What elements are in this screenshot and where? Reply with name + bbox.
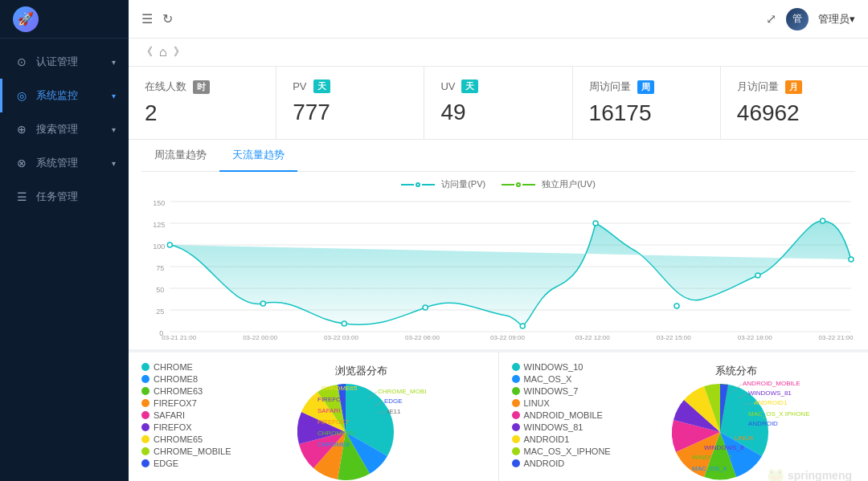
system-pie-area: 系统分布	[617, 362, 855, 481]
svg-text:FIREFOX7: FIREFOX7	[317, 418, 350, 426]
sidebar-item-auth[interactable]: ⊙ 认证管理 ▾	[0, 45, 129, 79]
home-icon[interactable]: ⌂	[159, 45, 167, 59]
svg-text:03-21 21:00: 03-21 21:00	[162, 334, 197, 340]
sidebar-item-system[interactable]: ⊗ 系统管理 ▾	[0, 146, 129, 180]
legend-win7: WINDOWS_7	[512, 386, 611, 396]
legend-color-safari	[141, 411, 149, 419]
chevron-icon-system: ▾	[112, 159, 116, 168]
svg-text:WINDOWS_8: WINDOWS_8	[704, 444, 744, 451]
legend-win81: WINDOWS_81	[512, 422, 611, 432]
stat-monthly: 月访问量 月 46962	[721, 67, 868, 139]
stat-label-monthly: 月访问量	[737, 79, 779, 94]
sidebar-item-monitor[interactable]: ◎ 系统监控 ▾	[0, 79, 129, 112]
svg-text:150: 150	[153, 199, 165, 207]
stat-label-weekly: 周访问量	[589, 79, 631, 94]
svg-text:03-22 03:00: 03-22 03:00	[324, 334, 359, 340]
svg-text:100: 100	[153, 243, 165, 251]
legend-safari: SAFARI	[141, 410, 231, 420]
legend-color-chrome	[141, 363, 149, 371]
svg-point-17	[423, 305, 428, 310]
legend-color-firefox	[141, 423, 149, 431]
tab-daily[interactable]: 天流量趋势	[219, 140, 297, 172]
system-pie-title: 系统分布	[715, 364, 757, 378]
logo-icon: 🚀	[13, 6, 39, 32]
tasks-icon: ☰	[15, 190, 28, 203]
legend-firefox7: FIREFOX7	[141, 398, 231, 408]
stat-pv: PV 天 777	[276, 67, 424, 139]
svg-point-15	[260, 301, 265, 306]
stat-label-pv: PV	[293, 80, 306, 92]
refresh-icon[interactable]: ↻	[162, 11, 173, 26]
sidebar-item-tasks[interactable]: ☰ 任务管理	[0, 180, 129, 214]
legend-color-win7	[512, 387, 520, 395]
svg-text:CHROME63: CHROME63	[317, 430, 354, 437]
legend-android: ANDROID	[512, 459, 611, 468]
chart-section: 周流量趋势 天流量趋势 访问量(PV)	[129, 140, 868, 349]
stat-value-monthly: 46962	[737, 100, 852, 126]
legend-color-linux	[512, 399, 520, 407]
legend-uv-label: 独立用户(UV)	[542, 178, 596, 190]
stat-online: 在线人数 时 2	[129, 67, 276, 139]
system-legend: WINDOWS_10 MAC_OS_X WINDOWS_7 LINUX	[512, 362, 611, 481]
svg-text:75: 75	[156, 264, 164, 272]
expand-right-icon[interactable]: 》	[174, 45, 185, 59]
legend-macosx-iphone: MAC_OS_X_IPHONE	[512, 446, 611, 456]
legend-pv: 访问量(PV)	[401, 178, 485, 190]
legend-color-chrome63	[141, 387, 149, 395]
svg-point-18	[520, 324, 525, 328]
svg-text:SAFARI: SAFARI	[317, 407, 340, 414]
system-panel: WINDOWS_10 MAC_OS_X WINDOWS_7 LINUX	[499, 353, 869, 481]
tab-weekly[interactable]: 周流量趋势	[141, 140, 219, 172]
sidebar-label-system: 系统管理	[36, 156, 78, 170]
stat-badge-monthly: 月	[785, 80, 802, 94]
svg-text:03-22 18:00: 03-22 18:00	[738, 334, 773, 340]
collapse-icon[interactable]: 《	[141, 45, 153, 59]
legend-color-firefox7	[141, 399, 149, 407]
legend-firefox: FIREFOX	[141, 422, 231, 432]
legend-android1: ANDROID1	[512, 434, 611, 444]
svg-text:CHROME_MOBILE: CHROME_MOBILE	[378, 388, 426, 395]
chevron-icon: ▾	[112, 58, 116, 67]
search-icon: ⊕	[15, 123, 28, 136]
legend-color-chrome8	[141, 375, 149, 383]
stats-row: 在线人数 时 2 PV 天 777 UV 天 49	[129, 67, 868, 140]
admin-label[interactable]: 管理员▾	[818, 12, 855, 26]
svg-text:03-22 09:00: 03-22 09:00	[490, 334, 526, 340]
browser-pie-svg: CHROME_MOBILE EDGE IE11 CHROME65 FIREFOX…	[297, 376, 426, 481]
monitor-icon: ◎	[15, 89, 28, 102]
legend-chrome8: CHROME8	[141, 374, 231, 384]
chart-tabs: 周流量趋势 天流量趋势	[141, 140, 855, 172]
legend-color-android1	[512, 435, 520, 443]
main-area: ☰ ↻ ⤢ 管 管理员▾ 《 ⌂ 》 在线人数 时 2	[129, 0, 868, 481]
svg-text:ANDROID: ANDROID	[748, 420, 778, 427]
expand-icon[interactable]: ⤢	[766, 11, 776, 26]
chevron-icon-search: ▾	[112, 125, 116, 134]
topbar: ☰ ↻ ⤢ 管 管理员▾	[129, 0, 868, 39]
svg-text:EDGE: EDGE	[384, 397, 403, 405]
legend-color-android	[512, 459, 520, 467]
svg-point-23	[849, 257, 854, 262]
svg-text:CHROME65: CHROME65	[321, 385, 358, 392]
sidebar-item-search[interactable]: ⊕ 搜索管理 ▾	[0, 112, 129, 146]
menu-icon[interactable]: ☰	[141, 11, 153, 26]
legend-color-chrome65	[141, 435, 149, 443]
svg-text:MAC_OS_X: MAC_OS_X	[692, 465, 727, 472]
watermark: 🐸 springmeng	[767, 467, 852, 481]
svg-text:03-22 21:00: 03-22 21:00	[819, 334, 854, 340]
stat-uv: UV 天 49	[424, 67, 572, 139]
browser-pie-title: 浏览器分布	[335, 364, 387, 378]
svg-text:50: 50	[156, 286, 164, 294]
browser-pie-area: 浏览器分布	[238, 362, 485, 481]
svg-text:25: 25	[156, 308, 164, 316]
svg-text:WINDOWS_7: WINDOWS_7	[692, 454, 732, 461]
sidebar-label-auth: 认证管理	[36, 55, 78, 69]
chevron-icon-monitor: ▾	[112, 92, 116, 100]
legend-win10: WINDOWS_10	[512, 362, 611, 372]
content-area: 《 ⌂ 》 在线人数 时 2 PV 天 777 UV	[129, 39, 868, 481]
svg-point-16	[342, 321, 346, 326]
legend-edge: EDGE	[141, 459, 231, 468]
stat-badge-pv: 天	[313, 79, 330, 93]
stat-label-uv: UV	[440, 80, 455, 92]
stat-value-pv: 777	[293, 100, 407, 125]
legend-color-chrome-mobile	[141, 447, 149, 455]
